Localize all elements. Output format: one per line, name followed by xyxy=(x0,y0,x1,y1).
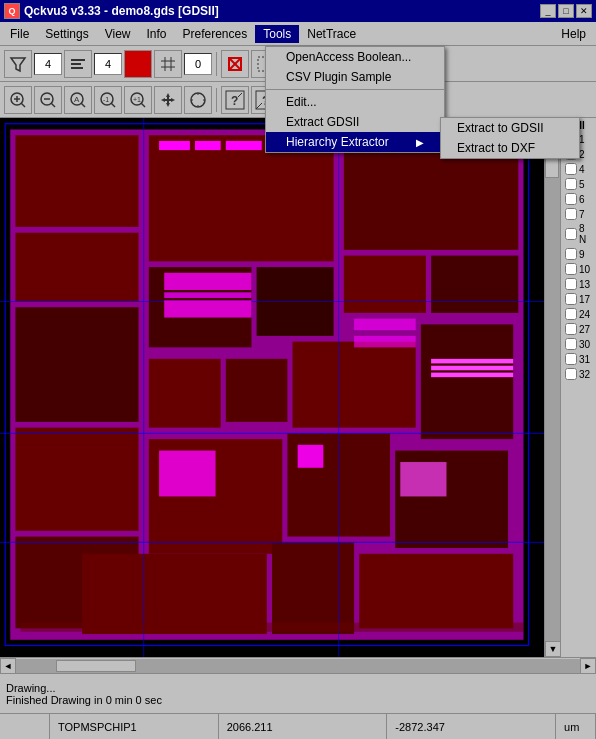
submenu-item-extract-gdsii[interactable]: Extract to GDSII xyxy=(441,118,579,138)
query-btn[interactable]: ? xyxy=(221,86,249,114)
tools-dropdown-menu: OpenAccess Boolean... CSV Plugin Sample … xyxy=(265,46,445,153)
scrollbar-track-v[interactable] xyxy=(545,134,560,641)
scroll-down-btn[interactable]: ▼ xyxy=(545,641,561,657)
svg-rect-2 xyxy=(71,63,81,65)
svg-marker-0 xyxy=(11,58,25,71)
svg-rect-87 xyxy=(195,141,221,150)
close-button[interactable]: ✕ xyxy=(576,4,592,18)
menu-item-edit[interactable]: Edit... xyxy=(266,92,444,112)
svg-rect-86 xyxy=(159,141,190,150)
svg-rect-62 xyxy=(15,307,138,422)
menu-item-extract-gdsii[interactable]: Extract GDSII xyxy=(266,112,444,132)
svg-rect-78 xyxy=(82,554,267,634)
menu-item-csv-plugin[interactable]: CSV Plugin Sample xyxy=(266,67,444,87)
menu-preferences[interactable]: Preferences xyxy=(175,25,256,43)
menu-info[interactable]: Info xyxy=(139,25,175,43)
layer-24-label: 24 xyxy=(579,309,590,320)
layer-13-checkbox[interactable] xyxy=(565,278,577,290)
layer-7-label: 7 xyxy=(579,209,585,220)
layer-7-checkbox[interactable] xyxy=(565,208,577,220)
layer-24-checkbox[interactable] xyxy=(565,308,577,320)
tb-btn-x-cross[interactable] xyxy=(221,50,249,78)
pan-btn[interactable] xyxy=(154,86,182,114)
svg-line-25 xyxy=(21,103,25,107)
layer-5-checkbox[interactable] xyxy=(565,178,577,190)
layer-32-checkbox[interactable] xyxy=(565,368,577,380)
measure-btn[interactable] xyxy=(184,86,212,114)
layer-27-checkbox[interactable] xyxy=(565,323,577,335)
hierarchy-submenu: Extract to GDSII Extract to DXF xyxy=(440,117,580,159)
submenu-item-extract-dxf[interactable]: Extract to DXF xyxy=(441,138,579,158)
status-line-1: Drawing... xyxy=(6,682,590,694)
sidebar-layer-13: 13 xyxy=(563,277,594,291)
svg-rect-93 xyxy=(164,292,251,298)
maximize-button[interactable]: □ xyxy=(558,4,574,18)
layer-17-label: 17 xyxy=(579,294,590,305)
layer-4-checkbox[interactable] xyxy=(565,163,577,175)
menu-file[interactable]: File xyxy=(2,25,37,43)
zoom-next-btn[interactable]: +1 xyxy=(124,86,152,114)
svg-rect-70 xyxy=(431,256,518,313)
svg-rect-103 xyxy=(159,451,215,497)
bottom-coord-x: 2066.211 xyxy=(219,714,388,739)
menu-item-oa-boolean[interactable]: OpenAccess Boolean... xyxy=(266,47,444,67)
zoom-prev-btn[interactable]: -1 xyxy=(94,86,122,114)
svg-rect-73 xyxy=(293,342,416,428)
layer-31-checkbox[interactable] xyxy=(565,353,577,365)
input-field-3[interactable]: 0 xyxy=(184,53,212,75)
input-field-1[interactable]: 4 xyxy=(34,53,62,75)
layer-8n-checkbox[interactable] xyxy=(565,228,577,240)
status-line-2: Finished Drawing in 0 min 0 sec xyxy=(6,694,590,706)
svg-rect-72 xyxy=(226,359,288,422)
svg-rect-92 xyxy=(164,273,251,290)
zoom-out-btn[interactable] xyxy=(34,86,62,114)
canvas-area[interactable] xyxy=(0,118,544,657)
svg-rect-71 xyxy=(149,359,221,428)
layer-32-label: 32 xyxy=(579,369,590,380)
layer-10-checkbox[interactable] xyxy=(565,263,577,275)
ic-layout-svg xyxy=(0,118,544,657)
layer-9-checkbox[interactable] xyxy=(565,248,577,260)
svg-rect-74 xyxy=(421,324,513,439)
svg-rect-95 xyxy=(354,319,416,330)
layer-6-checkbox[interactable] xyxy=(565,193,577,205)
svg-rect-79 xyxy=(272,542,354,634)
scroll-left-btn[interactable]: ◄ xyxy=(0,658,16,674)
bottom-bar: TOPMSPCHIP1 2066.211 -2872.347 um xyxy=(0,713,596,739)
tb-btn-2[interactable] xyxy=(64,50,92,78)
menu-item-hierarchy-extractor[interactable]: Hierarchy Extractor ▶ xyxy=(266,132,444,152)
color-swatch[interactable] xyxy=(124,50,152,78)
svg-point-38 xyxy=(191,93,205,107)
scrollbar-thumb-h[interactable] xyxy=(56,660,136,672)
svg-line-30 xyxy=(81,103,85,107)
zoom-fit-btn[interactable]: A xyxy=(64,86,92,114)
status-bar: Drawing... Finished Drawing in 0 min 0 s… xyxy=(0,673,596,713)
svg-rect-69 xyxy=(344,256,426,313)
menu-nettrace[interactable]: NetTrace xyxy=(299,25,364,43)
svg-rect-60 xyxy=(15,135,138,227)
sidebar-layer-10: 10 xyxy=(563,262,594,276)
scroll-right-btn[interactable]: ► xyxy=(580,658,596,674)
sidebar-layer-4: 4 xyxy=(563,162,594,176)
menu-help[interactable]: Help xyxy=(553,25,594,43)
zoom-in-btn[interactable] xyxy=(4,86,32,114)
layer-17-checkbox[interactable] xyxy=(565,293,577,305)
svg-rect-61 xyxy=(15,233,138,302)
menu-view[interactable]: View xyxy=(97,25,139,43)
bottom-coord-y: -2872.347 xyxy=(387,714,556,739)
layer-10-label: 10 xyxy=(579,264,590,275)
input-field-2[interactable]: 4 xyxy=(94,53,122,75)
menu-tools[interactable]: Tools xyxy=(255,25,299,43)
minimize-button[interactable]: _ xyxy=(540,4,556,18)
layer-6-label: 6 xyxy=(579,194,585,205)
layer-30-checkbox[interactable] xyxy=(565,338,577,350)
svg-line-45 xyxy=(238,93,242,97)
scrollbar-horizontal[interactable]: ◄ ► xyxy=(0,657,596,673)
scrollbar-vertical[interactable]: ▲ ▼ xyxy=(544,118,560,657)
layer-8n-label: 8 N xyxy=(579,223,592,245)
bottom-cell-name: TOPMSPCHIP1 xyxy=(50,714,219,739)
filter-btn[interactable] xyxy=(4,50,32,78)
scrollbar-track-h[interactable] xyxy=(16,659,580,673)
menu-settings[interactable]: Settings xyxy=(37,25,96,43)
tb-btn-grid[interactable] xyxy=(154,50,182,78)
